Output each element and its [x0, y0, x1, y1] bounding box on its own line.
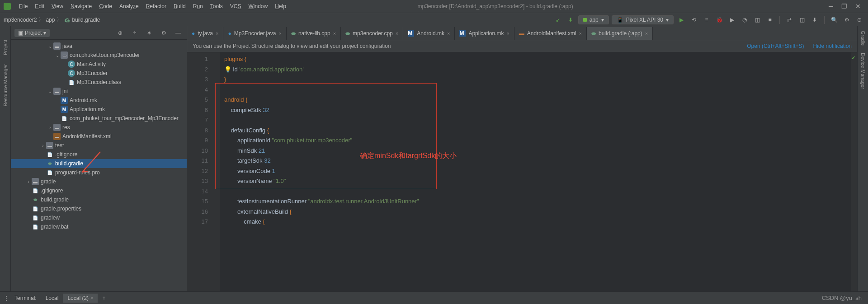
open-structure-link[interactable]: Open (Ctrl+Alt+Shift+S) [747, 43, 804, 49]
tree-item[interactable]: ⬬build.gradle [11, 195, 187, 204]
close-icon[interactable]: × [645, 31, 648, 36]
code-content[interactable]: plugins { 💡 id 'com.android.application'… [220, 52, 851, 291]
close-icon[interactable]: × [396, 31, 398, 36]
editor-tab[interactable]: ⬬build.gradle (:app)× [587, 27, 653, 40]
close-icon[interactable]: × [333, 31, 336, 36]
breadcrumb-mid[interactable]: app [46, 17, 55, 23]
avd-icon[interactable]: ◫ [797, 15, 807, 25]
tree-item[interactable]: ▬AndroidManifest.xml [11, 132, 187, 141]
editor-tab[interactable]: MApplication.mk× [455, 27, 514, 40]
expand-arrow[interactable]: › [47, 125, 53, 130]
tree-item[interactable]: 📄gradlew.bat [11, 222, 187, 231]
menu-tools[interactable]: Tools [207, 3, 226, 9]
minimize-button[interactable]: ─ [829, 3, 833, 10]
code-editor[interactable]: 1234567891011121314151617 plugins { 💡 id… [187, 52, 857, 291]
structure-icon[interactable]: ⋮ [4, 295, 9, 301]
rail-gradle[interactable]: Gradle [860, 31, 866, 46]
tree-item[interactable]: 📄gradle.properties [11, 204, 187, 213]
sync-icon[interactable]: ↙ [553, 15, 563, 25]
git-icon[interactable]: ⇄ [784, 15, 794, 25]
tree-item[interactable]: ›▬res [11, 123, 187, 132]
tree-item[interactable]: ›▬test [11, 141, 187, 150]
close-icon[interactable]: × [90, 295, 93, 301]
tree-item[interactable]: MAndroid.mk [11, 96, 187, 105]
menu-window[interactable]: Window [245, 3, 271, 9]
build-icon[interactable]: ⬇ [566, 15, 576, 25]
breadcrumb-file[interactable]: build.gradle [72, 17, 100, 23]
tree-item[interactable]: CMainActivity [11, 60, 187, 69]
rail-device-manager[interactable]: Device Manager [860, 53, 866, 89]
close-icon[interactable]: × [506, 31, 509, 36]
hide-icon[interactable]: — [173, 28, 183, 38]
menu-view[interactable]: View [48, 3, 67, 9]
expand-arrow[interactable]: › [40, 143, 46, 148]
app-inspect-icon[interactable]: ◫ [752, 15, 762, 25]
tree-item[interactable]: 📄com_phuket_tour_mp3encoder_Mp3Encoder [11, 114, 187, 123]
help-icon[interactable]: ⊙ [854, 15, 864, 25]
tree-item[interactable]: ⬬build.gradle [11, 159, 187, 168]
profiler-icon[interactable]: ◔ [740, 15, 750, 25]
run-config-select[interactable]: app ▾ [578, 15, 609, 24]
stop-icon[interactable]: ■ [765, 15, 775, 25]
terminal-tab-local[interactable]: Local [41, 294, 63, 303]
tree-item[interactable]: 📄Mp3Encoder.class [11, 78, 187, 87]
breadcrumb-root[interactable]: mp3encoder2 [4, 17, 37, 23]
editor-tab[interactable]: ●Mp3Encoder.java× [223, 27, 286, 40]
add-terminal-button[interactable]: + [98, 294, 110, 303]
tree-item[interactable]: CMp3Encoder [11, 69, 187, 78]
menu-refactor[interactable]: Refactor [142, 3, 170, 9]
tree-item[interactable]: ⌄▭com.phuket.tour.mp3encoder [11, 51, 187, 60]
menu-navigate[interactable]: Navigate [67, 3, 95, 9]
device-select[interactable]: 📱 Pixel XL API 30 ▾ [612, 15, 674, 24]
menu-run[interactable]: Run [189, 3, 207, 9]
settings-icon[interactable]: ⚙ [842, 15, 852, 25]
tree-item[interactable]: ⌄▬jni [11, 87, 187, 96]
expand-arrow[interactable]: ⌄ [47, 89, 53, 94]
sdk-icon[interactable]: ⬇ [810, 15, 820, 25]
menu-analyze[interactable]: Analyze [116, 3, 142, 9]
locate-icon[interactable]: ⊕ [115, 28, 125, 38]
menu-vcs[interactable]: VCS [226, 3, 245, 9]
rail-project[interactable]: Project [3, 40, 8, 55]
tree-item[interactable]: 📄.gitignore [11, 150, 187, 159]
search-icon[interactable]: 🔍 [829, 15, 839, 25]
rail-resource-manager[interactable]: Resource Manager [3, 64, 8, 107]
tree-item[interactable]: ⌄▬java [11, 42, 187, 51]
editor-tab[interactable]: ●ty.java× [187, 27, 223, 40]
tree-item[interactable]: MApplication.mk [11, 105, 187, 114]
project-view-select[interactable]: ▣ Project ▾ [14, 29, 50, 37]
close-icon[interactable]: × [216, 31, 218, 36]
menu-edit[interactable]: Edit [31, 3, 48, 9]
debug-icon[interactable]: 🐞 [714, 15, 724, 25]
filter-icon[interactable]: ÷ [130, 28, 140, 38]
hide-notification-link[interactable]: Hide notification [813, 43, 852, 49]
tree-item[interactable]: 📄proguard-rules.pro [11, 168, 187, 177]
maximize-button[interactable]: ❐ [841, 3, 847, 10]
tree-item[interactable]: 📄gradlew [11, 213, 187, 222]
expand-arrow[interactable]: ⌄ [54, 53, 61, 58]
gear-icon[interactable]: ⚙ [159, 28, 169, 38]
menu-build[interactable]: Build [170, 3, 189, 9]
close-icon[interactable]: × [278, 31, 281, 36]
menu-file[interactable]: File [15, 3, 31, 9]
expand-icon[interactable]: ✶ [144, 28, 154, 38]
tree-item[interactable]: 📄.gitignore [11, 186, 187, 195]
close-icon[interactable]: × [579, 31, 582, 36]
tree-item[interactable]: ›▬gradle [11, 177, 187, 186]
run-button[interactable]: ▶ [676, 15, 686, 25]
apply-changes-icon[interactable]: ⟲ [689, 15, 699, 25]
menu-code[interactable]: Code [95, 3, 116, 9]
editor-tab[interactable]: ▬AndroidManifest.xml× [514, 27, 587, 40]
expand-arrow[interactable]: ⌄ [47, 44, 53, 49]
menu-help[interactable]: Help [271, 3, 290, 9]
expand-arrow[interactable]: › [25, 179, 32, 184]
close-icon[interactable]: × [447, 31, 450, 36]
terminal-tab-local2[interactable]: Local (2) × [63, 294, 98, 303]
editor-tab[interactable]: MAndroid.mk× [403, 27, 455, 40]
editor-tab[interactable]: ⬬native-lib.cpp× [287, 27, 341, 40]
code-text[interactable]: plugins { 💡 id 'com.android.application'… [224, 54, 851, 227]
editor-tab[interactable]: ⬬mp3encoder.cpp× [341, 27, 403, 40]
coverage-icon[interactable]: ▶ [727, 15, 737, 25]
close-button[interactable]: ✕ [855, 3, 861, 10]
debug-run-icon[interactable]: ≡ [702, 15, 712, 25]
